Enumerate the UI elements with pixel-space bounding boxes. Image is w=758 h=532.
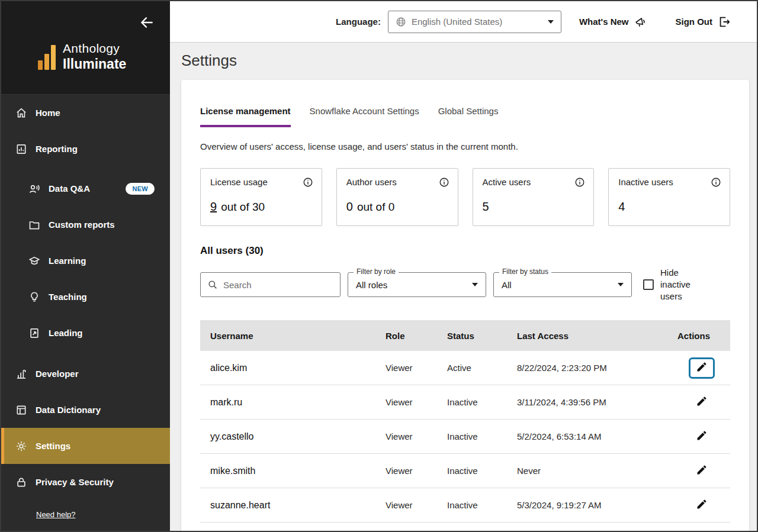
new-badge: NEW: [126, 183, 155, 195]
sidebar-nav: Home Reporting Data Q&A NEW Custom repor…: [1, 95, 170, 500]
language-label: Language:: [336, 17, 381, 27]
tab-license-management[interactable]: License management: [200, 106, 291, 127]
sidebar-item-learning[interactable]: Learning: [1, 243, 170, 279]
cell-last-access: 5/3/2024, 9:19:27 AM: [507, 500, 673, 510]
sidebar-item-label: Data Dictionary: [36, 405, 101, 415]
whats-new-button[interactable]: What's New: [579, 15, 647, 28]
brand-name-top: Anthology: [63, 41, 126, 56]
info-icon[interactable]: [439, 177, 449, 188]
cell-username: yy.castello: [200, 431, 375, 442]
stat-label: Author users: [346, 177, 397, 187]
stat-value: 0: [346, 200, 353, 213]
stat-card-author-users: Author users 0out of 0: [336, 168, 458, 226]
pencil-icon: [696, 464, 708, 478]
info-icon[interactable]: [711, 177, 721, 188]
sidebar-item-label: Settings: [36, 441, 70, 451]
cell-role: Viewer: [375, 397, 437, 407]
cell-last-access: 8/22/2024, 2:23:20 PM: [507, 363, 673, 373]
sidebar-item-teaching[interactable]: Teaching: [1, 279, 170, 315]
sidebar-item-reporting[interactable]: Reporting: [1, 131, 170, 167]
hide-inactive-users-checkbox[interactable]: [643, 279, 654, 290]
data-dictionary-icon: [15, 404, 27, 416]
lock-icon: [15, 476, 27, 488]
megaphone-icon: [634, 15, 647, 28]
sidebar-item-label: Reporting: [36, 144, 78, 154]
cell-username: mike.smith: [200, 466, 375, 476]
sidebar-item-home[interactable]: Home: [1, 95, 170, 131]
info-icon[interactable]: [303, 177, 313, 188]
developer-icon: [15, 368, 27, 380]
need-help-link[interactable]: Need help?: [36, 510, 76, 519]
sidebar-item-settings[interactable]: Settings: [1, 428, 170, 464]
sidebar-item-developer[interactable]: Developer: [1, 356, 170, 392]
pencil-icon: [696, 430, 708, 443]
globe-icon: [396, 17, 406, 27]
filters-row: Filter by role All roles Filter by statu…: [200, 267, 730, 302]
sidebar-item-data-dictionary[interactable]: Data Dictionary: [1, 392, 170, 428]
topbar: Language: English (United States) What's…: [170, 1, 757, 43]
cell-role: Viewer: [375, 500, 437, 510]
gear-icon: [15, 440, 27, 452]
filter-by-role-label: Filter by role: [354, 267, 399, 276]
teaching-icon: [28, 291, 40, 303]
column-header-role: Role: [375, 331, 437, 341]
search-input[interactable]: [223, 280, 333, 290]
sidebar-item-leading[interactable]: Leading: [1, 315, 170, 351]
sidebar-item-label: Home: [36, 108, 60, 118]
stat-label: Active users: [483, 177, 531, 187]
sign-out-label: Sign Out: [676, 17, 713, 27]
edit-user-button[interactable]: [689, 460, 715, 482]
edit-user-button[interactable]: [689, 426, 715, 447]
hide-inactive-users-label: Hide inactive users: [660, 267, 697, 302]
cell-last-access: Never: [507, 466, 673, 476]
language-value: English (United States): [412, 17, 502, 27]
custom-reports-icon: [28, 219, 40, 231]
sidebar: Anthology Illuminate Home Reporting Data…: [1, 1, 170, 531]
edit-user-button[interactable]: [689, 357, 715, 379]
cell-username: alice.kim: [200, 363, 375, 373]
tab-global-settings[interactable]: Global Settings: [438, 106, 499, 127]
tab-snowflake-account-settings[interactable]: Snowflake Account Settings: [310, 106, 419, 127]
filter-by-role-value: All roles: [356, 280, 387, 290]
cell-username: mark.ru: [200, 397, 375, 408]
home-icon: [15, 107, 27, 119]
sidebar-item-label: Data Q&A: [49, 183, 90, 194]
column-header-actions: Actions: [673, 331, 730, 341]
cell-status: Inactive: [437, 466, 507, 476]
table-row: mark.ru Viewer Inactive 3/11/2024, 4:39:…: [200, 385, 730, 420]
sidebar-item-label: Learning: [49, 256, 86, 266]
stat-card-active-users: Active users 5: [473, 168, 595, 226]
app-frame: Anthology Illuminate Home Reporting Data…: [0, 0, 758, 532]
info-icon[interactable]: [574, 177, 585, 188]
cell-status: Inactive: [437, 431, 507, 441]
tab-bar: License management Snowflake Account Set…: [200, 106, 730, 127]
filter-by-role-dropdown[interactable]: Filter by role All roles: [348, 272, 486, 297]
stat-card-license-usage: License usage 9out of 30: [200, 168, 322, 226]
sidebar-item-data-qa[interactable]: Data Q&A NEW: [1, 170, 170, 207]
filter-by-status-value: All: [502, 280, 512, 290]
filter-by-status-dropdown[interactable]: Filter by status All: [493, 272, 632, 297]
stat-suffix: out of 30: [221, 201, 265, 213]
table-row: yy.castello Viewer Inactive 5/2/2024, 6:…: [200, 420, 730, 454]
content-area: Settings License management Snowflake Ac…: [170, 43, 757, 531]
edit-user-button[interactable]: [689, 392, 715, 413]
stat-label: Inactive users: [618, 177, 673, 187]
sidebar-item-custom-reports[interactable]: Custom reports: [1, 207, 170, 243]
column-header-username: Username: [200, 331, 375, 341]
leading-icon: [28, 327, 40, 339]
brand-logo: Anthology Illuminate: [38, 41, 126, 72]
sign-out-button[interactable]: Sign Out: [676, 15, 731, 28]
pencil-icon: [696, 361, 708, 375]
users-table: Username Role Status Last Access Actions…: [200, 320, 730, 523]
stat-label: License usage: [210, 177, 268, 187]
table-row: suzanne.heart Viewer Inactive 5/3/2024, …: [200, 488, 730, 523]
filter-by-status-label: Filter by status: [499, 267, 551, 276]
collapse-sidebar-button[interactable]: [138, 14, 156, 32]
all-users-heading: All users (30): [200, 245, 730, 257]
sidebar-item-privacy-security[interactable]: Privacy & Security: [1, 464, 170, 500]
edit-user-button[interactable]: [689, 495, 715, 516]
page-title: Settings: [181, 51, 749, 70]
column-header-last-access: Last Access: [507, 331, 673, 341]
main-area: Language: English (United States) What's…: [170, 1, 757, 531]
language-dropdown[interactable]: English (United States): [388, 11, 561, 33]
